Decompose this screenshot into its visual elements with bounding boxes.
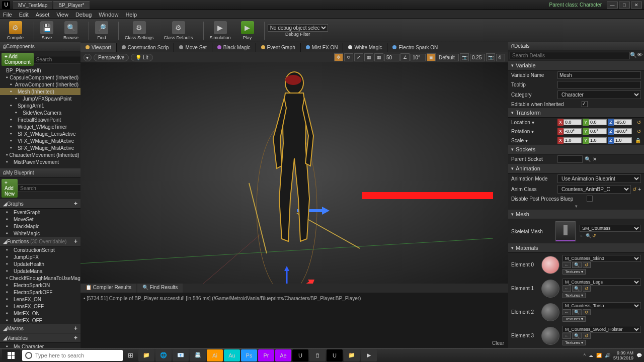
find-button[interactable]: 🔎Find: [92, 20, 111, 41]
rot-z-input[interactable]: [614, 128, 632, 134]
compiler-results-tab[interactable]: 📋 Compiler Results: [80, 284, 136, 293]
reset-icon[interactable]: ↺: [583, 333, 591, 339]
material-thumb[interactable]: [541, 256, 559, 274]
section-mesh[interactable]: Mesh: [508, 210, 644, 219]
bp-item[interactable]: ▪LensFX_OFF: [0, 303, 80, 310]
compile-button[interactable]: ⚙Compile: [4, 20, 27, 41]
textures-button[interactable]: Textures ▾: [562, 316, 586, 322]
search-icon[interactable]: 🔍: [585, 156, 591, 162]
browse-icon[interactable]: 🔍: [572, 262, 582, 268]
debug-filter[interactable]: No debug object selected Debug Filter: [268, 24, 328, 37]
vp-scale-icon[interactable]: ⤢: [354, 53, 363, 61]
vp-speed-icon[interactable]: 📷: [486, 53, 495, 61]
reset-icon[interactable]: ↺: [583, 286, 591, 292]
section-transform[interactable]: Transform: [508, 108, 644, 118]
taskbar-app-10[interactable]: 🗒: [309, 349, 326, 361]
menu-edit[interactable]: Edit: [19, 12, 29, 18]
viewport[interactable]: [80, 62, 508, 284]
vp-camera-icon[interactable]: 📷: [460, 53, 469, 61]
anim-class-select[interactable]: Countess_AnimBP_C: [557, 185, 631, 194]
subtab-black-magic[interactable]: Black Magic: [212, 43, 256, 52]
vp-grid-icon[interactable]: ▦: [364, 53, 373, 61]
eye-icon[interactable]: 👁: [637, 52, 642, 59]
vp-angle-icon[interactable]: ∠: [400, 53, 410, 61]
subtab-move-set[interactable]: Move Set: [174, 43, 212, 52]
section-animation[interactable]: Animation: [508, 164, 644, 173]
menu-file[interactable]: File: [3, 12, 12, 18]
find-results-tab[interactable]: 🔍 Find Results: [137, 284, 183, 293]
tray-up-icon[interactable]: ^: [584, 353, 586, 358]
add-new-button[interactable]: + Add New: [2, 179, 18, 198]
minimize-button[interactable]: —: [607, 2, 618, 9]
rot-y-input[interactable]: [589, 128, 607, 134]
doc-tab-bpplayer[interactable]: BP_Player*: [53, 1, 89, 9]
back-icon[interactable]: ←: [562, 309, 571, 315]
taskbar-app-7[interactable]: Pr: [258, 349, 274, 361]
textures-button[interactable]: Textures ▾: [562, 340, 586, 345]
reset-icon[interactable]: ↺: [637, 120, 641, 125]
bp-item[interactable]: ▪My Character: [0, 343, 80, 348]
component-item[interactable]: ▪Mesh (Inherited): [0, 88, 80, 95]
component-item[interactable]: ▪CharacterMovement (Inherited): [0, 151, 80, 158]
taskbar-app-2[interactable]: 📧: [173, 349, 189, 361]
back-icon[interactable]: ←: [580, 233, 584, 238]
material-select[interactable]: M_Countess_Skin3: [562, 255, 641, 262]
lit-button[interactable]: 💡 Lit: [131, 54, 152, 61]
bp-item[interactable]: ▪BlackMagic: [0, 223, 80, 230]
anim-mode-select[interactable]: Use Animation Blueprint: [557, 174, 641, 183]
taskbar-app-13[interactable]: ▶: [361, 349, 377, 361]
taskbar-app-9[interactable]: U: [292, 349, 308, 361]
menu-window[interactable]: Window: [99, 12, 118, 18]
textures-button[interactable]: Textures ▾: [562, 269, 586, 275]
vp-rotate-icon[interactable]: ↻: [344, 53, 353, 61]
clear-icon[interactable]: ✕: [593, 156, 597, 162]
bp-item[interactable]: ▪MistFX_ON: [0, 310, 80, 317]
back-icon[interactable]: ←: [562, 262, 571, 268]
vp-dropdown-icon[interactable]: ▾: [84, 54, 92, 61]
subtab-viewport[interactable]: Viewport: [80, 43, 117, 52]
menu-help[interactable]: Help: [125, 12, 137, 18]
close-button[interactable]: ✕: [631, 2, 642, 9]
material-select[interactable]: M_Countess_Torso: [562, 302, 641, 309]
loc-z-input[interactable]: [614, 119, 632, 125]
bp-item[interactable]: ▪WhiteMagic: [0, 230, 80, 237]
maximize-button[interactable]: □: [619, 2, 630, 9]
bp-item[interactable]: ▪JumpUpFX: [0, 253, 80, 260]
simulation-button[interactable]: ▶Simulation: [207, 20, 234, 41]
bp-item[interactable]: ▪MistFX_OFF: [0, 317, 80, 324]
loc-y-input[interactable]: [589, 119, 607, 125]
subtab-event-graph[interactable]: Event Graph: [256, 43, 301, 52]
category-select[interactable]: Character: [557, 90, 641, 99]
loc-x-input[interactable]: [564, 119, 582, 125]
bp-section-functions[interactable]: ◢Functions (30 Overridable)+: [0, 237, 80, 246]
browse-button[interactable]: 🔍Browse: [60, 20, 82, 41]
component-item[interactable]: ▪SFX_WMagic_LensActive: [0, 130, 80, 137]
tray-wifi-icon[interactable]: 📶: [596, 353, 602, 358]
back-icon[interactable]: ←: [562, 333, 571, 339]
component-item[interactable]: ▪SFX_WMagic_MistActive: [0, 144, 80, 151]
tooltip-input[interactable]: [557, 81, 641, 88]
vp-snap-value[interactable]: 50: [384, 54, 399, 61]
scale-y-input[interactable]: [589, 137, 607, 143]
subtab-white-magic[interactable]: White Magic: [343, 43, 387, 52]
play-button[interactable]: ▶Play: [238, 20, 257, 41]
bp-item[interactable]: ▪ConstructionScript: [0, 246, 80, 253]
component-item[interactable]: ▪VFX_WMagic_MistActive: [0, 137, 80, 144]
doc-tab-map[interactable]: MV_TestMap: [13, 1, 52, 9]
clear-button[interactable]: Clear: [492, 340, 504, 346]
bp-section-variables[interactable]: ◢Variables+: [0, 333, 80, 343]
browse-icon[interactable]: 🔍: [572, 286, 582, 292]
browse-icon[interactable]: 🔍: [586, 233, 591, 238]
class-settings-button[interactable]: ⚙Class Settings: [122, 20, 157, 41]
reset-icon[interactable]: ↺: [637, 129, 641, 134]
lock-icon[interactable]: 🔒: [635, 138, 641, 143]
task-view-icon[interactable]: ⊞: [123, 349, 138, 361]
component-item[interactable]: ▪JumpVFXSpawnPoint: [0, 95, 80, 102]
tray-notification-icon[interactable]: 💬: [636, 353, 642, 358]
tray-cloud-icon[interactable]: ☁: [589, 353, 593, 358]
taskbar-app-6[interactable]: Ps: [241, 349, 257, 361]
browse-icon[interactable]: 🔍: [572, 333, 582, 339]
taskbar-app-3[interactable]: 📇: [190, 349, 206, 361]
parent-socket-input[interactable]: [557, 155, 583, 163]
skeletal-mesh-select[interactable]: SM_Countess: [580, 225, 641, 232]
